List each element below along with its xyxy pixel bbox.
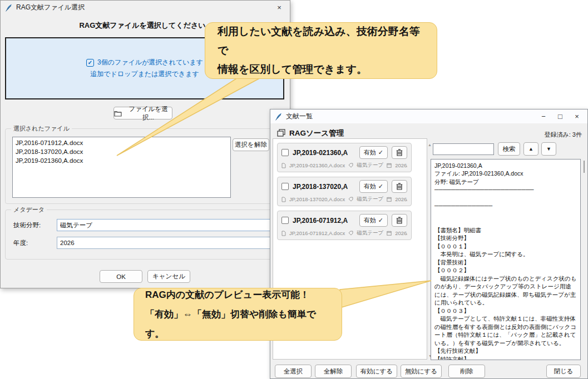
- card-title: JP,2016-071912,A: [293, 217, 355, 225]
- selected-files-group-label: 選択されたファイル: [11, 124, 72, 133]
- year-label: 年度:: [13, 239, 28, 247]
- cancel-button[interactable]: キャンセル: [147, 270, 190, 283]
- minimize-button[interactable]: −: [535, 109, 552, 123]
- delete-card-button[interactable]: [392, 214, 407, 227]
- enabled-label: 有効: [364, 216, 376, 225]
- tag-icon: [348, 231, 353, 236]
- trash-icon: [396, 217, 403, 224]
- disable-button[interactable]: 無効にする: [401, 365, 442, 378]
- check-icon: ✓: [378, 217, 383, 224]
- app-feather-icon: [5, 4, 12, 12]
- card-title: JP,2019-021360,A: [293, 149, 355, 157]
- tag-icon: [348, 197, 353, 202]
- toggle-enabled-button[interactable]: 有効 ✓: [359, 180, 388, 193]
- trash-icon: [396, 183, 403, 190]
- card-checkbox[interactable]: [281, 217, 289, 224]
- close-window-button[interactable]: 閉じる: [546, 365, 581, 378]
- source-card[interactable]: JP,2018-137020,A 有効 ✓ JP,2018-137020,A.d…: [277, 177, 412, 206]
- toggle-enabled-button[interactable]: 有効 ✓: [359, 214, 388, 227]
- checked-checkbox-icon: ✓: [86, 59, 94, 67]
- calendar-icon: [387, 163, 392, 168]
- delete-card-button[interactable]: [392, 146, 407, 159]
- tag-icon: [348, 163, 353, 168]
- callout-bottom-tail: [337, 277, 437, 311]
- card-category: 磁気テープ: [357, 196, 383, 203]
- card-category: 磁気テープ: [357, 230, 383, 237]
- select-all-button[interactable]: 全選択: [275, 365, 312, 378]
- close-button[interactable]: ×: [569, 109, 585, 123]
- rag-source-title: RAGソース管理: [289, 128, 344, 138]
- file-icon: [281, 163, 286, 168]
- callout-top-line1: 利用したい文献を読み込み、技術分野名等で: [218, 22, 424, 60]
- sash-up-icon[interactable]: ▲: [428, 143, 432, 147]
- books-icon: [277, 129, 285, 138]
- screenshot-stage: RAG文献ファイル選択 × RAG文献ファイルを選択してください ✓ 3個のファ…: [0, 0, 588, 379]
- enabled-label: 有効: [364, 148, 376, 157]
- tech-field-label: 技術分野:: [13, 221, 41, 230]
- calendar-icon: [387, 197, 392, 202]
- left-window-title: RAG文献ファイル選択: [16, 3, 85, 12]
- metadata-group-label: メタデータ: [11, 206, 47, 214]
- card-file-name: JP,2018-137020,A.docx: [289, 196, 345, 202]
- callout-top: 利用したい文献を読み込み、技術分野名等で 情報を区別して管理できます。: [205, 22, 437, 79]
- check-icon: ✓: [378, 183, 383, 190]
- card-timestamp: 2026/02/01 17:54: [395, 196, 407, 202]
- callout-bottom-line2: 「有効」⇔「無効」切替や削除も簡単です。: [145, 305, 330, 343]
- left-close-button[interactable]: ×: [271, 1, 288, 14]
- find-previous-button[interactable]: ▲: [523, 142, 538, 156]
- card-file-name: JP,2019-021360,A.docx: [289, 162, 345, 168]
- deselect-all-button[interactable]: 全解除: [315, 365, 352, 378]
- right-titlebar: 文献一覧 − □ ×: [270, 109, 587, 123]
- card-checkbox[interactable]: [281, 149, 289, 156]
- enable-button[interactable]: 有効にする: [356, 365, 397, 378]
- card-category: 磁気テープ: [357, 162, 383, 169]
- card-timestamp: 2026/02/01 17:54: [395, 230, 407, 236]
- card-title: JP,2018-137020,A: [293, 183, 355, 191]
- metadata-group: メタデータ 技術分野: 年度:: [5, 210, 283, 260]
- right-window-title: 文献一覧: [286, 112, 313, 121]
- preview-scrollbar[interactable]: [584, 161, 585, 173]
- dropzone-status-text: 3個のファイルが選択されています: [97, 58, 203, 67]
- callout-top-tail: [106, 74, 267, 159]
- callout-bottom: RAG内の文献のプレビュー表示可能！ 「有効」⇔「無効」切替や削除も簡単です。: [134, 288, 342, 341]
- check-icon: ✓: [378, 149, 383, 156]
- card-file-name: JP,2016-071912,A.docx: [289, 230, 345, 236]
- delete-button[interactable]: 削除: [448, 365, 485, 378]
- trash-icon: [396, 149, 403, 156]
- file-icon: [281, 197, 286, 202]
- toggle-enabled-button[interactable]: 有効 ✓: [359, 146, 388, 159]
- search-button[interactable]: 検索: [498, 142, 520, 156]
- callout-bottom-line1: RAG内の文献のプレビュー表示可能！: [145, 285, 330, 305]
- search-input[interactable]: [433, 143, 494, 155]
- file-icon: [281, 231, 286, 236]
- app-feather-icon: [275, 113, 282, 121]
- maximize-button[interactable]: □: [552, 109, 569, 123]
- year-input[interactable]: [57, 237, 279, 249]
- registered-count: 登録済み: 3件: [545, 131, 582, 139]
- source-card[interactable]: JP,2016-071912,A 有効 ✓ JP,2016-071912,A.d…: [277, 211, 412, 240]
- callout-top-line2: 情報を区別して管理できます。: [218, 60, 424, 79]
- tech-field-input[interactable]: [57, 219, 279, 231]
- delete-card-button[interactable]: [392, 180, 407, 193]
- ok-button[interactable]: OK: [100, 270, 142, 283]
- calendar-icon: [387, 231, 392, 236]
- left-titlebar: RAG文献ファイル選択 ×: [1, 1, 290, 14]
- enabled-label: 有効: [364, 182, 376, 191]
- card-timestamp: 2026/02/01 17:55: [395, 162, 407, 168]
- card-checkbox[interactable]: [281, 183, 289, 190]
- document-preview-pane[interactable]: JP,2019-021360,A ファイル: JP,2019-021360,A.…: [431, 159, 581, 360]
- source-card[interactable]: JP,2019-021360,A 有効 ✓ JP,2019-021360,A.d…: [277, 143, 412, 172]
- find-next-button[interactable]: ▼: [541, 142, 556, 156]
